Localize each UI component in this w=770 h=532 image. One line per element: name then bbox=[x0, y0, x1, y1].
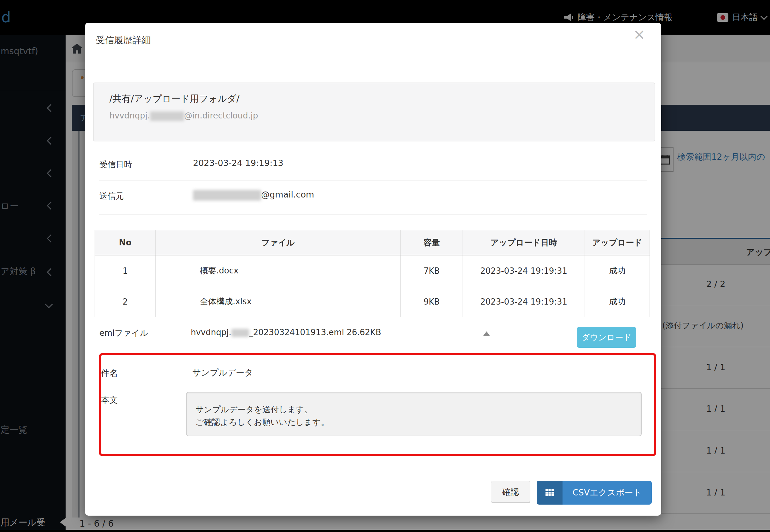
cell-upload-result: 成功 bbox=[585, 286, 650, 317]
close-icon[interactable]: × bbox=[633, 27, 646, 42]
download-button[interactable]: ダウンロード bbox=[577, 327, 636, 348]
csv-export-label: CSVエクスポート bbox=[562, 481, 652, 505]
csv-grid-icon bbox=[537, 481, 562, 505]
eml-name-prefix: hvvdnqpj. bbox=[191, 328, 232, 337]
eml-file-label: emlファイル bbox=[99, 328, 148, 339]
received-datetime-value: 2023-03-24 19:19:13 bbox=[193, 158, 284, 168]
sender-address-suffix: @gmail.com bbox=[261, 190, 314, 199]
body-label: 本文 bbox=[101, 394, 118, 406]
receive-email-address: hvvdnqpj.@in.directcloud.jp bbox=[109, 111, 258, 121]
received-datetime-label: 受信日時 bbox=[99, 159, 132, 170]
col-header-size: 容量 bbox=[401, 230, 463, 255]
cell-no: 2 bbox=[95, 286, 156, 317]
collapse-triangle-icon[interactable] bbox=[483, 331, 490, 336]
eml-file-name: hvvdnqpj._20230324101913.eml 26.62KB bbox=[191, 328, 381, 337]
destination-folder-path: /共有/アップロード用フォルダ/ bbox=[109, 93, 239, 105]
sender-label: 送信元 bbox=[99, 191, 124, 202]
cell-upload-datetime: 2023-03-24 19:19:31 bbox=[463, 286, 585, 317]
cell-size: 9KB bbox=[401, 286, 463, 317]
subject-label: 件名 bbox=[101, 368, 118, 379]
col-header-upload-result: アップロード bbox=[585, 230, 650, 255]
redacted-text bbox=[150, 112, 184, 121]
attached-files-table: No ファイル 容量 アップロード日時 アップロード 1 概要.docx 7KB… bbox=[95, 230, 650, 317]
csv-export-button[interactable]: CSVエクスポート bbox=[537, 481, 652, 505]
table-header-row: No ファイル 容量 アップロード日時 アップロード bbox=[95, 230, 650, 255]
modal-title: 受信履歴詳細 bbox=[96, 34, 151, 47]
table-row: 2 全体構成.xlsx 9KB 2023-03-24 19:19:31 成功 bbox=[95, 286, 650, 317]
redacted-text bbox=[193, 190, 261, 201]
receive-address-prefix: hvvdnqpj. bbox=[109, 111, 150, 120]
confirm-button[interactable]: 確認 bbox=[491, 481, 530, 503]
cell-upload-result: 成功 bbox=[585, 255, 650, 286]
subject-value: サンプルデータ bbox=[192, 367, 253, 378]
cell-upload-datetime: 2023-03-24 19:19:31 bbox=[463, 255, 585, 286]
modal-header-divider bbox=[85, 63, 661, 63]
field-divider bbox=[99, 214, 647, 215]
redacted-text bbox=[232, 329, 249, 337]
cell-size: 7KB bbox=[401, 255, 463, 286]
eml-name-suffix: _20230324101913.eml 26.62KB bbox=[249, 328, 381, 337]
cell-no: 1 bbox=[95, 255, 156, 286]
cell-file: 概要.docx bbox=[156, 255, 401, 286]
modal-footer-divider bbox=[85, 470, 661, 470]
mail-body-line: ご確認よろしくお願いいたします。 bbox=[196, 416, 641, 428]
destination-summary-panel: /共有/アップロード用フォルダ/ hvvdnqpj.@in.directclou… bbox=[93, 83, 655, 141]
mail-body-line: サンプルデータを送付します。 bbox=[196, 403, 641, 416]
sender-value: @gmail.com bbox=[193, 190, 314, 201]
receive-address-suffix: @in.directcloud.jp bbox=[184, 111, 258, 120]
cell-file: 全体構成.xlsx bbox=[156, 286, 401, 317]
col-header-no: No bbox=[95, 230, 156, 255]
receive-history-detail-modal: 受信履歴詳細 × /共有/アップロード用フォルダ/ hvvdnqpj.@in.d… bbox=[85, 23, 661, 516]
table-row: 1 概要.docx 7KB 2023-03-24 19:19:31 成功 bbox=[95, 255, 650, 286]
screen: d 障害・メンテナンス情報 日本語 msqtvtf) ロー ア対策 β 定一覧 … bbox=[0, 0, 770, 532]
col-header-upload-datetime: アップロード日時 bbox=[463, 230, 585, 255]
field-divider bbox=[100, 387, 656, 387]
mail-body-textarea[interactable]: サンプルデータを送付します。 ご確認よろしくお願いいたします。 bbox=[186, 392, 642, 436]
col-header-file: ファイル bbox=[156, 230, 401, 255]
